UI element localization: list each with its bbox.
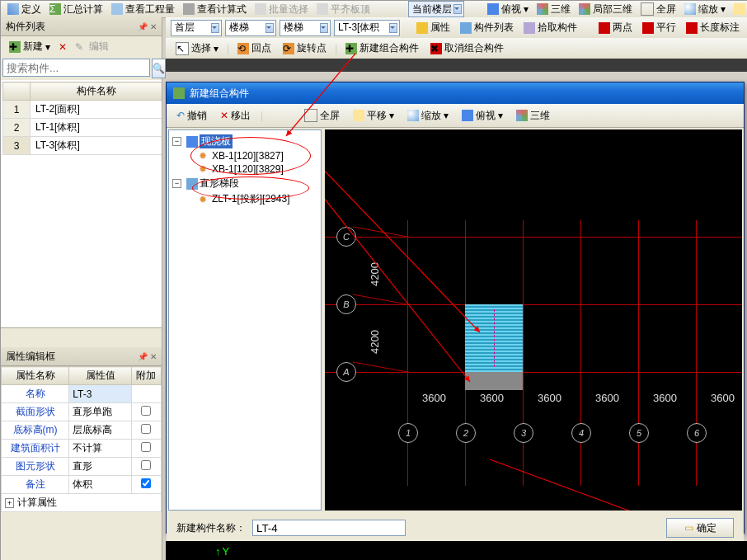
- prop-check[interactable]: [141, 442, 151, 452]
- btn-pick[interactable]: 拾取构件: [520, 20, 580, 35]
- tb-pan[interactable]: 平移: [731, 2, 747, 17]
- tb-view-qty[interactable]: 查看工程量: [108, 2, 178, 17]
- row-name: LT-3[体积]: [31, 137, 162, 155]
- btn-complist[interactable]: 构件列表: [457, 20, 517, 35]
- tb-sum[interactable]: Σ汇总计算: [46, 2, 106, 17]
- tree-node-stair[interactable]: −直形梯段: [172, 176, 317, 191]
- define-icon: [7, 3, 19, 15]
- ok-button[interactable]: ▭确定: [666, 518, 734, 538]
- component-list-title: 构件列表 📌 ✕: [1, 17, 162, 36]
- tb-label: 移出: [231, 109, 251, 123]
- search-button[interactable]: 🔍: [152, 59, 166, 78]
- btn-pan2[interactable]: 平移 ▾: [350, 108, 397, 124]
- btn-undo[interactable]: ↶撤销: [173, 108, 210, 124]
- btn-new[interactable]: ✚新建 ▾: [6, 39, 54, 54]
- tree-leaf[interactable]: ✹XB-1[120][3829]: [172, 162, 317, 176]
- btn-moveout[interactable]: ✕移出: [217, 108, 254, 124]
- tb-full[interactable]: 全屏: [637, 2, 679, 17]
- tree-label: XB-1[120][3827]: [212, 150, 284, 162]
- del-icon[interactable]: ✕: [59, 41, 67, 53]
- dim-text: 3600: [653, 392, 677, 404]
- dialog-titlebar[interactable]: 新建组合构件: [167, 82, 744, 104]
- tb-define[interactable]: 定义: [4, 2, 45, 17]
- edit-icon: ✎: [75, 41, 87, 53]
- local3d-icon: [579, 3, 590, 15]
- prop-check[interactable]: [141, 406, 151, 416]
- btn-edit[interactable]: ✎编辑: [72, 39, 112, 54]
- tree-pane[interactable]: −现浇板 ✹XB-1[120][3827] ✹XB-1[120][3829] −…: [168, 129, 322, 511]
- stair-element[interactable]: [465, 304, 523, 372]
- combo-floor[interactable]: 首层: [171, 20, 222, 36]
- row-idx: 3: [3, 137, 31, 155]
- prop-row[interactable]: 建筑面积计不计算: [2, 440, 162, 458]
- btn-full2[interactable]: 全屏: [301, 108, 343, 124]
- btn-3d2[interactable]: 三维: [513, 108, 553, 124]
- combo-comp[interactable]: LT-3[体积: [334, 20, 400, 36]
- svg-line-1: [353, 294, 407, 304]
- collapse-icon[interactable]: −: [172, 179, 181, 188]
- btn-cancelgroup[interactable]: ✖取消组合构件: [427, 40, 507, 56]
- prop-val[interactable]: 不计算: [69, 440, 132, 458]
- tb-view-calc[interactable]: 查看计算式: [180, 2, 250, 17]
- search-input[interactable]: [2, 59, 150, 77]
- prop-val[interactable]: 体积: [69, 476, 132, 494]
- component-row[interactable]: 2LT-1[体积]: [3, 119, 162, 137]
- dim-text: 3600: [595, 392, 619, 404]
- new-group-dialog: 新建组合构件 ↶撤销 ✕移出 | 全屏 平移 ▾ 缩放 ▾ 俯视 ▾ 三维 −现…: [166, 82, 745, 534]
- btn-newgroup[interactable]: ✚新建组合构件: [342, 40, 422, 56]
- component-name-input[interactable]: [252, 520, 406, 536]
- component-list[interactable]: 构件名称 1LT-2[面积] 2LT-1[体积] 3LT-3[体积]: [1, 80, 162, 328]
- combo-text: 首层: [175, 21, 195, 35]
- tb-label: 俯视: [501, 2, 521, 16]
- prop-expand-row[interactable]: +计算属性: [2, 494, 162, 512]
- btn-dim[interactable]: 长度标注: [683, 20, 743, 35]
- btn-rotpt2[interactable]: ⟳旋转点: [280, 40, 330, 56]
- collapse-icon[interactable]: −: [172, 137, 181, 146]
- btn-props[interactable]: 属性: [413, 20, 453, 35]
- component-row[interactable]: 1LT-2[面积]: [3, 101, 162, 119]
- tb-local3d[interactable]: 局部三维: [576, 2, 636, 17]
- combo-type[interactable]: 楼梯: [280, 20, 331, 36]
- prop-check[interactable]: [141, 460, 151, 470]
- tb-3d[interactable]: 三维: [533, 2, 574, 17]
- annotation-arrow: [325, 129, 742, 511]
- btn-top2[interactable]: 俯视 ▾: [458, 108, 506, 124]
- property-panel: 属性编辑框 📌 ✕ 属性名称属性值附加 名称LT-3 截面形状直形单跑 底标高(…: [1, 347, 162, 560]
- prop-val[interactable]: 直形: [69, 458, 132, 476]
- prop-check[interactable]: [141, 478, 151, 488]
- prop-val[interactable]: LT-3: [69, 385, 132, 403]
- btn-zoom2[interactable]: 缩放 ▾: [404, 108, 452, 124]
- prop-row[interactable]: 底标高(m)层底标高: [2, 421, 162, 440]
- prop-val[interactable]: 层底标高: [69, 421, 132, 440]
- gridline-diag: [325, 129, 742, 511]
- axis-bubble: 5: [629, 423, 649, 443]
- btn-rotpt1[interactable]: ⟲回点: [234, 40, 275, 56]
- component-row-selected[interactable]: 3LT-3[体积]: [3, 137, 162, 155]
- cube-icon: [516, 110, 528, 121]
- btn-parallel[interactable]: 平行: [639, 20, 679, 35]
- slab-element[interactable]: [465, 372, 523, 390]
- tree-leaf[interactable]: ✹ZLT-1[投影][2943]: [172, 191, 317, 207]
- prop-row[interactable]: 图元形状直形: [2, 458, 162, 476]
- tb-label: 构件列表: [474, 21, 514, 35]
- prop-col: 属性值: [69, 367, 132, 385]
- combo-cat[interactable]: 楼梯: [225, 20, 276, 36]
- prop-val[interactable]: 直形单跑: [69, 403, 132, 421]
- panel-controls[interactable]: 📌 ✕: [138, 352, 157, 361]
- btn-select[interactable]: ↖选择 ▾: [172, 40, 222, 56]
- tree-node-slab[interactable]: −现浇板: [172, 134, 317, 149]
- tree-leaf[interactable]: ✹XB-1[120][3827]: [172, 149, 317, 162]
- tb-zoom[interactable]: 缩放 ▾: [681, 2, 729, 17]
- panel-controls[interactable]: 📌 ✕: [138, 22, 157, 31]
- tb-batch[interactable]: 批量选择: [251, 2, 312, 17]
- btn-2pt[interactable]: 两点: [595, 20, 636, 35]
- prop-check[interactable]: [141, 424, 151, 434]
- prop-row[interactable]: 备注体积: [2, 476, 162, 494]
- floor-combo[interactable]: 当前楼层: [408, 1, 464, 17]
- prop-row[interactable]: 名称LT-3: [2, 385, 162, 403]
- prop-row[interactable]: 截面形状直形单跑: [2, 403, 162, 421]
- tb-align[interactable]: 平齐板顶: [313, 2, 374, 17]
- viewport[interactable]: C B A 1 2 3 4 5 6 4200 4200 3600 3600 36…: [325, 129, 742, 511]
- ok-label: 确定: [697, 521, 716, 535]
- tb-topview[interactable]: 俯视 ▾: [484, 2, 532, 17]
